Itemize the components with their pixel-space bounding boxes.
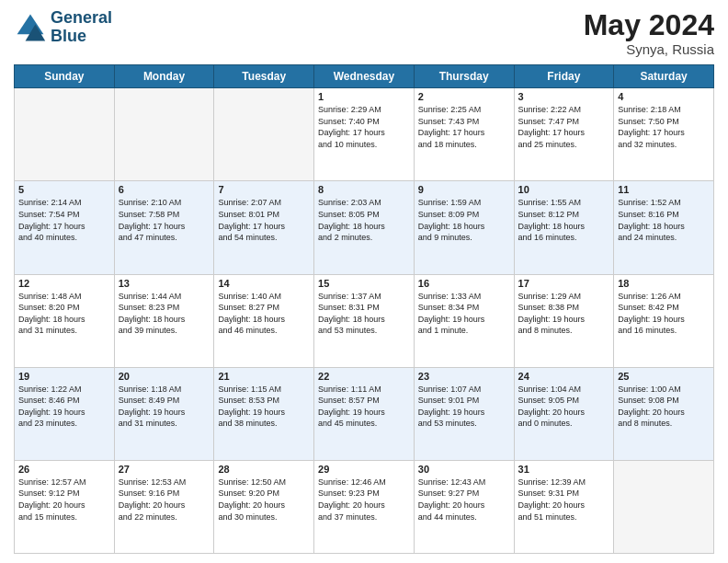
day-number: 6: [119, 184, 210, 195]
calendar-cell: 12Sunrise: 1:48 AM Sunset: 8:20 PM Dayli…: [15, 274, 115, 367]
day-number: 23: [418, 371, 510, 382]
day-info: Sunrise: 1:15 AM Sunset: 8:53 PM Dayligh…: [218, 384, 310, 430]
calendar-cell: 7Sunrise: 2:07 AM Sunset: 8:01 PM Daylig…: [214, 181, 314, 274]
day-number: 19: [18, 371, 110, 382]
day-number: 18: [618, 278, 710, 289]
calendar-table: Sunday Monday Tuesday Wednesday Thursday…: [14, 64, 714, 554]
day-info: Sunrise: 1:04 AM Sunset: 9:05 PM Dayligh…: [518, 384, 610, 430]
calendar-cell: 14Sunrise: 1:40 AM Sunset: 8:27 PM Dayli…: [214, 274, 314, 367]
day-number: 10: [518, 184, 610, 195]
day-info: Sunrise: 1:29 AM Sunset: 8:38 PM Dayligh…: [518, 291, 610, 337]
calendar-cell: 11Sunrise: 1:52 AM Sunset: 8:16 PM Dayli…: [614, 181, 714, 274]
calendar-cell: [214, 88, 314, 181]
logo: General Blue: [14, 9, 112, 46]
svg-marker-0: [17, 14, 44, 34]
calendar-cell: 21Sunrise: 1:15 AM Sunset: 8:53 PM Dayli…: [214, 367, 314, 460]
day-info: Sunrise: 2:25 AM Sunset: 7:43 PM Dayligh…: [418, 104, 510, 150]
day-number: 14: [218, 278, 310, 289]
col-monday: Monday: [114, 65, 214, 88]
day-info: Sunrise: 12:43 AM Sunset: 9:27 PM Daylig…: [418, 477, 510, 523]
header: General Blue May 2024 Synya, Russia: [14, 9, 714, 57]
calendar-week-row: 12Sunrise: 1:48 AM Sunset: 8:20 PM Dayli…: [15, 274, 714, 367]
day-number: 29: [318, 464, 410, 475]
day-number: 11: [618, 184, 710, 195]
day-number: 12: [18, 278, 110, 289]
calendar-week-row: 26Sunrise: 12:57 AM Sunset: 9:12 PM Dayl…: [15, 460, 714, 553]
calendar-cell: [614, 460, 714, 553]
day-number: 28: [218, 464, 310, 475]
day-info: Sunrise: 2:29 AM Sunset: 7:40 PM Dayligh…: [318, 104, 410, 150]
day-info: Sunrise: 1:55 AM Sunset: 8:12 PM Dayligh…: [518, 197, 610, 243]
day-info: Sunrise: 2:14 AM Sunset: 7:54 PM Dayligh…: [18, 197, 110, 243]
calendar-cell: 10Sunrise: 1:55 AM Sunset: 8:12 PM Dayli…: [514, 181, 614, 274]
day-number: 9: [418, 184, 510, 195]
col-saturday: Saturday: [614, 65, 714, 88]
day-info: Sunrise: 12:46 AM Sunset: 9:23 PM Daylig…: [318, 477, 410, 523]
day-info: Sunrise: 1:22 AM Sunset: 8:46 PM Dayligh…: [18, 384, 110, 430]
day-number: 2: [418, 91, 510, 102]
day-number: 8: [318, 184, 410, 195]
day-number: 30: [418, 464, 510, 475]
calendar-cell: 2Sunrise: 2:25 AM Sunset: 7:43 PM Daylig…: [414, 88, 514, 181]
day-info: Sunrise: 1:37 AM Sunset: 8:31 PM Dayligh…: [318, 291, 410, 337]
calendar-cell: 1Sunrise: 2:29 AM Sunset: 7:40 PM Daylig…: [314, 88, 415, 181]
day-number: 22: [318, 371, 410, 382]
day-info: Sunrise: 2:03 AM Sunset: 8:05 PM Dayligh…: [318, 197, 410, 243]
day-number: 17: [518, 278, 610, 289]
calendar-cell: 27Sunrise: 12:53 AM Sunset: 9:16 PM Dayl…: [114, 460, 214, 553]
calendar-cell: 5Sunrise: 2:14 AM Sunset: 7:54 PM Daylig…: [15, 181, 115, 274]
calendar-cell: 8Sunrise: 2:03 AM Sunset: 8:05 PM Daylig…: [314, 181, 415, 274]
day-info: Sunrise: 12:57 AM Sunset: 9:12 PM Daylig…: [18, 477, 110, 523]
calendar-cell: 20Sunrise: 1:18 AM Sunset: 8:49 PM Dayli…: [114, 367, 214, 460]
weekday-header-row: Sunday Monday Tuesday Wednesday Thursday…: [15, 65, 714, 88]
day-info: Sunrise: 1:00 AM Sunset: 9:08 PM Dayligh…: [618, 384, 710, 430]
calendar-week-row: 5Sunrise: 2:14 AM Sunset: 7:54 PM Daylig…: [15, 181, 714, 274]
calendar-cell: 28Sunrise: 12:50 AM Sunset: 9:20 PM Dayl…: [214, 460, 314, 553]
calendar-cell: 24Sunrise: 1:04 AM Sunset: 9:05 PM Dayli…: [514, 367, 614, 460]
day-number: 20: [119, 371, 210, 382]
day-info: Sunrise: 2:10 AM Sunset: 7:58 PM Dayligh…: [119, 197, 210, 243]
calendar-cell: 13Sunrise: 1:44 AM Sunset: 8:23 PM Dayli…: [114, 274, 214, 367]
day-number: 3: [518, 91, 610, 102]
calendar-cell: [15, 88, 115, 181]
calendar-cell: 16Sunrise: 1:33 AM Sunset: 8:34 PM Dayli…: [414, 274, 514, 367]
col-friday: Friday: [514, 65, 614, 88]
day-info: Sunrise: 1:18 AM Sunset: 8:49 PM Dayligh…: [119, 384, 210, 430]
page: General Blue May 2024 Synya, Russia Sund…: [0, 0, 728, 563]
calendar-cell: 22Sunrise: 1:11 AM Sunset: 8:57 PM Dayli…: [314, 367, 415, 460]
calendar-cell: 6Sunrise: 2:10 AM Sunset: 7:58 PM Daylig…: [114, 181, 214, 274]
day-number: 21: [218, 371, 310, 382]
day-number: 13: [119, 278, 210, 289]
logo-icon: [14, 11, 47, 44]
calendar-cell: 26Sunrise: 12:57 AM Sunset: 9:12 PM Dayl…: [15, 460, 115, 553]
col-sunday: Sunday: [15, 65, 115, 88]
day-info: Sunrise: 1:33 AM Sunset: 8:34 PM Dayligh…: [418, 291, 510, 337]
day-number: 15: [318, 278, 410, 289]
day-number: 26: [18, 464, 110, 475]
day-info: Sunrise: 1:26 AM Sunset: 8:42 PM Dayligh…: [618, 291, 710, 337]
calendar-cell: 17Sunrise: 1:29 AM Sunset: 8:38 PM Dayli…: [514, 274, 614, 367]
day-info: Sunrise: 1:07 AM Sunset: 9:01 PM Dayligh…: [418, 384, 510, 430]
day-info: Sunrise: 1:52 AM Sunset: 8:16 PM Dayligh…: [618, 197, 710, 243]
logo-text: General Blue: [51, 9, 112, 46]
day-number: 5: [18, 184, 110, 195]
day-info: Sunrise: 12:50 AM Sunset: 9:20 PM Daylig…: [218, 477, 310, 523]
calendar-cell: 23Sunrise: 1:07 AM Sunset: 9:01 PM Dayli…: [414, 367, 514, 460]
day-number: 7: [218, 184, 310, 195]
col-thursday: Thursday: [414, 65, 514, 88]
day-info: Sunrise: 1:59 AM Sunset: 8:09 PM Dayligh…: [418, 197, 510, 243]
calendar-cell: 4Sunrise: 2:18 AM Sunset: 7:50 PM Daylig…: [614, 88, 714, 181]
calendar-cell: 9Sunrise: 1:59 AM Sunset: 8:09 PM Daylig…: [414, 181, 514, 274]
day-number: 4: [618, 91, 710, 102]
day-number: 27: [119, 464, 210, 475]
day-info: Sunrise: 12:53 AM Sunset: 9:16 PM Daylig…: [119, 477, 210, 523]
calendar-week-row: 19Sunrise: 1:22 AM Sunset: 8:46 PM Dayli…: [15, 367, 714, 460]
day-info: Sunrise: 2:22 AM Sunset: 7:47 PM Dayligh…: [518, 104, 610, 150]
day-number: 1: [318, 91, 410, 102]
day-number: 16: [418, 278, 510, 289]
day-info: Sunrise: 1:44 AM Sunset: 8:23 PM Dayligh…: [119, 291, 210, 337]
calendar-cell: 15Sunrise: 1:37 AM Sunset: 8:31 PM Dayli…: [314, 274, 415, 367]
calendar-cell: 3Sunrise: 2:22 AM Sunset: 7:47 PM Daylig…: [514, 88, 614, 181]
calendar-cell: [114, 88, 214, 181]
day-info: Sunrise: 12:39 AM Sunset: 9:31 PM Daylig…: [518, 477, 610, 523]
